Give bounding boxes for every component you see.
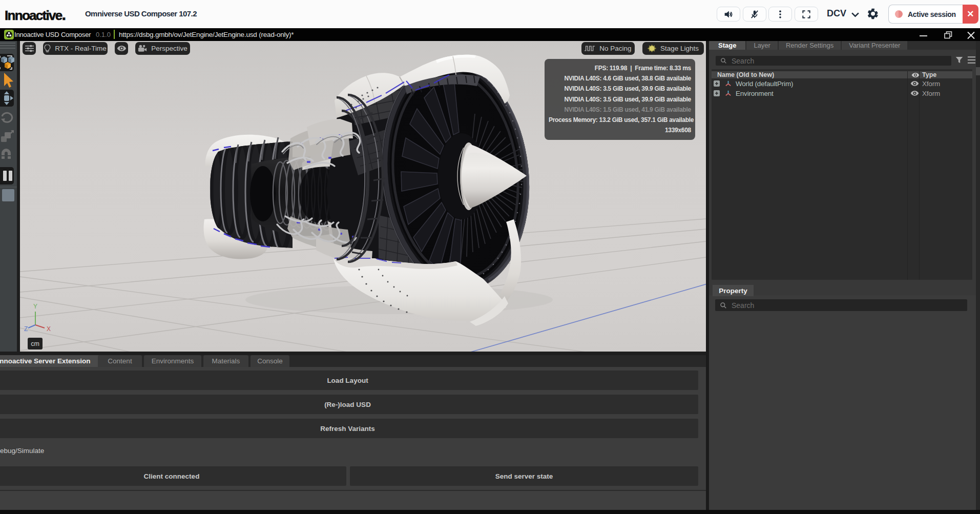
svg-text:Y: Y bbox=[33, 303, 37, 310]
svg-text:Z: Z bbox=[24, 325, 28, 333]
svg-text:X: X bbox=[47, 325, 51, 333]
